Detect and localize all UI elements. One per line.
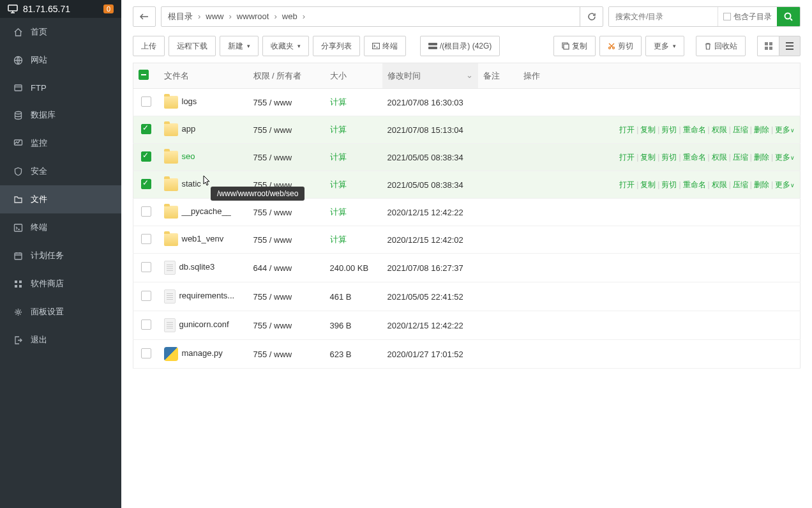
row-checkbox[interactable] <box>141 96 151 107</box>
row-action-复制[interactable]: 复制 <box>640 125 656 134</box>
column-size[interactable]: 大小 <box>325 63 382 89</box>
calc-size-link[interactable]: 计算 <box>330 152 347 162</box>
row-checkbox[interactable] <box>141 262 151 272</box>
row-action-权限[interactable]: 权限 <box>712 125 727 134</box>
select-all-header[interactable] <box>133 63 159 89</box>
table-row[interactable]: db.sqlite3644 / www240.00 KB2021/07/08 1… <box>133 254 801 282</box>
breadcrumb-item[interactable]: wwwroot <box>237 12 269 21</box>
file-name[interactable]: web1_venv <box>182 234 224 243</box>
column-note[interactable]: 备注 <box>478 63 519 89</box>
breadcrumb-item[interactable]: web <box>282 12 297 21</box>
list-view-button[interactable] <box>779 36 801 56</box>
row-action-压缩[interactable]: 压缩 <box>733 153 748 162</box>
sidebar-item-globe[interactable]: 网站 <box>0 46 121 74</box>
table-row[interactable]: __pycache__755 / www计算2020/12/15 12:42:2… <box>133 199 801 226</box>
row-action-删除[interactable]: 删除 <box>754 180 769 189</box>
file-name[interactable]: gunicorn.conf <box>179 319 229 329</box>
row-action-打开[interactable]: 打开 <box>619 125 635 134</box>
row-checkbox[interactable] <box>141 124 151 134</box>
back-button[interactable] <box>133 6 156 27</box>
search-button[interactable] <box>777 7 800 26</box>
table-row[interactable]: seo755 / www计算2021/05/05 08:38:34打开|复制|剪… <box>133 144 801 171</box>
row-action-权限[interactable]: 权限 <box>712 153 727 162</box>
row-action-重命名[interactable]: 重命名 <box>683 180 706 189</box>
copy-button[interactable]: 复制 <box>553 36 596 56</box>
row-action-重命名[interactable]: 重命名 <box>683 125 706 134</box>
row-action-重命名[interactable]: 重命名 <box>683 153 706 162</box>
sidebar-item-folder[interactable]: 文件 <box>0 185 121 213</box>
column-name[interactable]: 文件名 <box>159 63 248 89</box>
table-row[interactable]: requirements...755 / www461 B2021/05/05 … <box>133 282 801 311</box>
file-name[interactable]: __pycache__ <box>182 206 231 216</box>
table-row[interactable]: web1_venv755 / www计算2020/12/15 12:42:02 <box>133 226 801 254</box>
row-checkbox[interactable] <box>141 348 151 358</box>
notification-badge[interactable]: 0 <box>103 4 114 13</box>
sidebar-item-gear[interactable]: 面板设置 <box>0 298 121 326</box>
remote-download-button[interactable]: 远程下载 <box>169 36 216 56</box>
column-mtime[interactable]: 修改时间⌄ <box>382 63 478 89</box>
disk-selector[interactable]: /(根目录) (42G) <box>420 36 500 56</box>
row-action-更多[interactable]: 更多∨ <box>775 180 795 189</box>
file-name[interactable]: logs <box>182 96 197 106</box>
favorites-button[interactable]: 收藏夹▾ <box>262 36 309 56</box>
table-row[interactable]: app755 / www计算2021/07/08 15:13:04打开|复制|剪… <box>133 116 801 144</box>
table-row[interactable]: logs755 / www计算2021/07/08 16:30:03 <box>133 89 801 116</box>
calc-size-link[interactable]: 计算 <box>330 125 347 134</box>
file-name[interactable]: static <box>182 179 201 189</box>
breadcrumb-item[interactable]: www <box>206 12 223 21</box>
calc-size-link[interactable]: 计算 <box>330 235 347 244</box>
sidebar-item-home[interactable]: 首页 <box>0 18 121 46</box>
row-checkbox[interactable] <box>141 151 151 162</box>
calc-size-link[interactable]: 计算 <box>330 97 347 107</box>
search-input[interactable] <box>609 7 718 26</box>
share-list-button[interactable]: 分享列表 <box>313 36 360 56</box>
row-checkbox[interactable] <box>141 179 151 189</box>
row-action-复制[interactable]: 复制 <box>640 153 656 162</box>
sidebar-item-apps[interactable]: 软件商店 <box>0 270 121 298</box>
file-name[interactable]: db.sqlite3 <box>179 262 215 272</box>
row-action-剪切[interactable]: 剪切 <box>661 153 677 162</box>
row-action-更多[interactable]: 更多∨ <box>775 153 795 162</box>
row-action-压缩[interactable]: 压缩 <box>733 125 748 134</box>
table-row[interactable]: gunicorn.conf755 / www396 B2020/12/15 12… <box>133 311 801 340</box>
row-action-删除[interactable]: 删除 <box>754 125 769 134</box>
row-action-更多[interactable]: 更多∨ <box>775 125 795 134</box>
row-action-权限[interactable]: 权限 <box>712 180 727 189</box>
row-checkbox[interactable] <box>141 206 151 217</box>
refresh-button[interactable] <box>580 7 603 26</box>
cut-button[interactable]: 剪切 <box>599 36 642 56</box>
terminal-button[interactable]: 终端 <box>364 36 406 56</box>
table-row[interactable]: manage.py755 / www623 B2020/01/27 17:01:… <box>133 340 801 369</box>
row-action-打开[interactable]: 打开 <box>619 180 635 189</box>
row-checkbox[interactable] <box>141 319 151 330</box>
more-button[interactable]: 更多▾ <box>645 36 684 56</box>
row-action-剪切[interactable]: 剪切 <box>661 125 677 134</box>
select-all-checkbox[interactable] <box>139 70 149 80</box>
row-action-删除[interactable]: 删除 <box>754 153 769 162</box>
row-action-打开[interactable]: 打开 <box>619 153 635 162</box>
sidebar-item-shield[interactable]: 安全 <box>0 157 121 185</box>
new-button[interactable]: 新建▾ <box>220 36 259 56</box>
row-checkbox[interactable] <box>141 234 151 244</box>
row-action-压缩[interactable]: 压缩 <box>733 180 748 189</box>
file-name[interactable]: seo <box>182 151 195 161</box>
sidebar-item-database[interactable]: 数据库 <box>0 101 121 129</box>
calc-size-link[interactable]: 计算 <box>330 207 347 217</box>
sidebar-item-ftp[interactable]: FTP <box>0 74 121 101</box>
row-action-复制[interactable]: 复制 <box>640 180 656 189</box>
file-name[interactable]: app <box>182 124 196 134</box>
upload-button[interactable]: 上传 <box>133 36 165 56</box>
row-checkbox[interactable] <box>141 291 151 301</box>
recycle-button[interactable]: 回收站 <box>696 36 746 56</box>
sidebar-item-calendar[interactable]: 计划任务 <box>0 242 121 270</box>
include-subdir-checkbox[interactable]: 包含子目录 <box>718 7 777 26</box>
breadcrumb-item[interactable]: 根目录 <box>168 12 193 21</box>
file-name[interactable]: requirements... <box>179 291 235 300</box>
file-name[interactable]: manage.py <box>182 348 223 358</box>
sidebar-item-logout[interactable]: 退出 <box>0 326 121 354</box>
grid-view-button[interactable] <box>757 36 779 56</box>
sidebar-item-terminal[interactable]: 终端 <box>0 213 121 242</box>
sidebar-item-monitor[interactable]: 监控 <box>0 129 121 157</box>
calc-size-link[interactable]: 计算 <box>330 180 347 189</box>
row-action-剪切[interactable]: 剪切 <box>661 180 677 189</box>
